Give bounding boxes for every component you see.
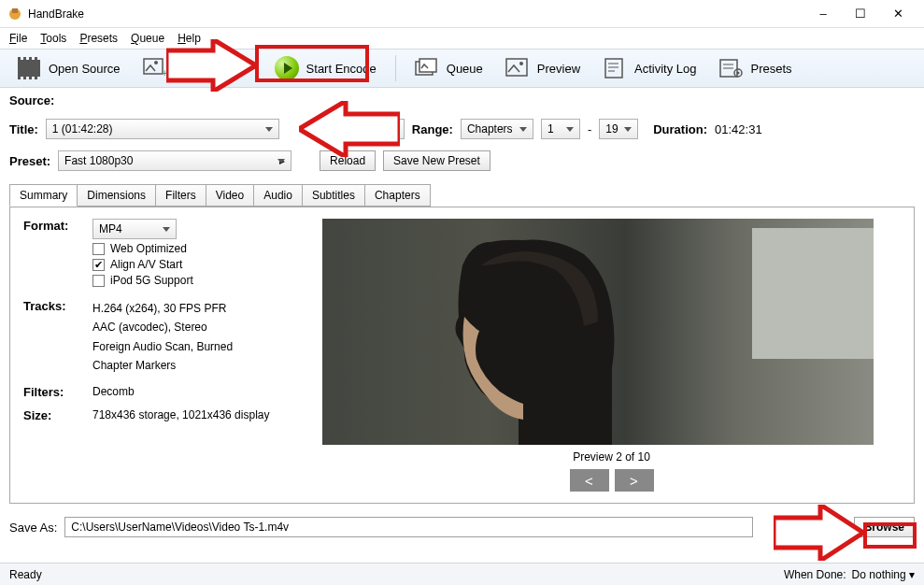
menu-bar: File Tools Presets Queue Help: [0, 28, 924, 49]
tab-summary[interactable]: Summary: [9, 184, 78, 207]
browse-button[interactable]: Browse: [854, 517, 915, 537]
reload-button[interactable]: Reload: [320, 150, 376, 171]
track-line: Foreign Audio Scan, Burned: [92, 337, 304, 356]
tab-dimensions[interactable]: Dimensions: [77, 184, 156, 207]
app-icon: [7, 7, 22, 21]
start-encode-label: Start Encode: [306, 62, 377, 76]
svg-point-8: [519, 62, 523, 65]
web-optimized-checkbox[interactable]: Web Optimized: [92, 242, 304, 255]
tabs: Summary Dimensions Filters Video Audio S…: [9, 184, 915, 207]
angle-select[interactable]: [378, 119, 405, 139]
svg-rect-2: [144, 59, 163, 74]
source-label: Source:: [9, 93, 54, 107]
save-as-label: Save As:: [9, 521, 57, 535]
svg-rect-7: [506, 59, 527, 76]
activity-log-label: Activity Log: [634, 62, 696, 76]
image-add-icon: +: [143, 58, 167, 78]
format-label: Format:: [23, 219, 79, 233]
svg-rect-6: [419, 59, 436, 72]
title-bar: HandBrake – ☐ ✕: [0, 0, 924, 28]
summary-panel: Format: MP4 Web Optimized ✔Align A/V Sta…: [9, 207, 915, 504]
presets-button[interactable]: Presets: [712, 54, 800, 82]
maximize-button[interactable]: ☐: [842, 1, 879, 27]
gear-icon: [719, 58, 744, 78]
preview-button[interactable]: Preview: [498, 54, 588, 82]
preview-prev-button[interactable]: <: [570, 469, 609, 492]
tab-chapters[interactable]: Chapters: [364, 184, 431, 207]
log-icon: [603, 58, 627, 78]
range-start-select[interactable]: 1: [541, 119, 580, 139]
menu-presets[interactable]: Presets: [74, 30, 123, 47]
source-row: Source:: [0, 88, 924, 113]
range-end-select[interactable]: 19: [599, 119, 638, 139]
menu-file[interactable]: File: [4, 30, 33, 47]
when-done-value[interactable]: Do nothing ▾: [852, 568, 915, 581]
preset-select[interactable]: Fast 1080p30▸: [58, 150, 291, 171]
track-line: AAC (avcodec), Stereo: [92, 318, 304, 336]
minimize-button[interactable]: –: [804, 1, 842, 27]
save-as-input[interactable]: [64, 517, 752, 537]
preset-row: Preset: Fast 1080p30▸ Reload Save New Pr…: [0, 145, 924, 177]
tab-subtitles[interactable]: Subtitles: [302, 184, 365, 207]
svg-rect-9: [605, 59, 622, 78]
preview-icon: [505, 58, 530, 78]
status-bar: Ready When Done: Do nothing ▾: [0, 563, 924, 585]
duration-value: 01:42:31: [715, 122, 762, 136]
menu-tools[interactable]: Tools: [35, 30, 72, 47]
preset-label: Preset:: [9, 154, 50, 168]
track-line: H.264 (x264), 30 FPS PFR: [92, 299, 304, 318]
title-row: Title: 1 (01:42:28) Range: Chapters 1 - …: [0, 113, 924, 145]
preview-label: Preview: [537, 62, 580, 76]
add-source-button[interactable]: +: [135, 54, 178, 82]
tracks-label: Tracks:: [23, 299, 79, 313]
queue-button[interactable]: Queue: [407, 54, 490, 82]
align-av-checkbox[interactable]: ✔Align A/V Start: [92, 258, 304, 271]
menu-help[interactable]: Help: [172, 30, 206, 47]
film-open-icon: [17, 58, 41, 78]
app-title: HandBrake: [28, 7, 804, 21]
save-as-row: Save As: Browse: [0, 511, 924, 545]
presets-label: Presets: [751, 62, 792, 76]
filters-label: Filters:: [23, 385, 79, 399]
save-new-preset-button[interactable]: Save New Preset: [383, 150, 490, 171]
play-icon: [275, 56, 299, 80]
when-done-label: When Done:: [784, 568, 846, 581]
range-sep: -: [588, 122, 591, 136]
tab-audio[interactable]: Audio: [253, 184, 303, 207]
title-label: Title:: [9, 122, 38, 136]
menu-queue[interactable]: Queue: [125, 30, 170, 47]
start-encode-button[interactable]: Start Encode: [267, 52, 384, 84]
queue-label: Queue: [447, 62, 483, 76]
svg-point-17: [736, 72, 739, 75]
track-line: Chapter Markers: [92, 356, 304, 375]
preview-next-button[interactable]: >: [615, 469, 654, 492]
toolbar: Open Source + Start Encode Queue Preview…: [0, 49, 924, 88]
ipod-checkbox[interactable]: iPod 5G Support: [92, 274, 304, 287]
title-select[interactable]: 1 (01:42:28): [46, 119, 279, 139]
queue-icon: [415, 58, 439, 78]
preview-caption: Preview 2 of 10: [322, 450, 901, 464]
duration-label: Duration:: [653, 122, 707, 136]
size-label: Size:: [23, 408, 79, 422]
activity-log-button[interactable]: Activity Log: [595, 54, 704, 82]
open-source-button[interactable]: Open Source: [9, 54, 128, 82]
svg-rect-1: [12, 8, 18, 13]
status-text: Ready: [9, 568, 42, 581]
size-value: 718x436 storage, 1021x436 display: [92, 408, 269, 421]
tab-video[interactable]: Video: [206, 184, 254, 207]
filters-value: Decomb: [92, 385, 135, 398]
tab-filters[interactable]: Filters: [155, 184, 206, 207]
format-select[interactable]: MP4: [92, 219, 177, 239]
open-source-label: Open Source: [49, 62, 121, 76]
preview-image: [322, 219, 874, 445]
svg-text:+: +: [162, 67, 167, 78]
range-label: Range:: [412, 122, 453, 136]
range-type-select[interactable]: Chapters: [461, 119, 533, 139]
svg-point-3: [154, 61, 158, 64]
close-button[interactable]: ✕: [879, 1, 917, 27]
